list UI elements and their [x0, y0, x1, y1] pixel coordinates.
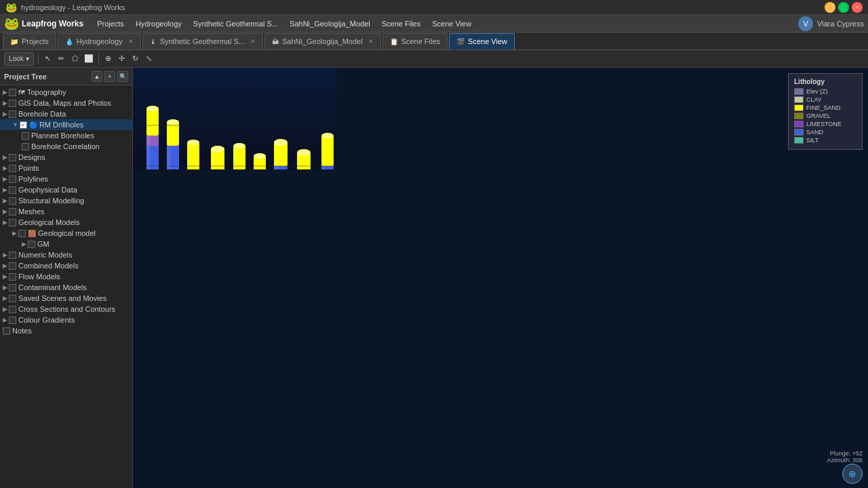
- menu-item-scene-files[interactable]: Scene Files: [376, 18, 426, 29]
- checkbox-designs[interactable]: [9, 154, 16, 161]
- menu-item-sahni_geologija_model[interactable]: SahNi_Geologija_Model: [284, 18, 376, 29]
- tab-close-synthetic[interactable]: ✕: [250, 38, 256, 45]
- checkbox-boreholes[interactable]: ✓: [20, 121, 27, 129]
- sidebar-item-saved-scenes[interactable]: ▶Saved Scenes and Movies: [0, 293, 132, 304]
- checkbox-planned-boreholes[interactable]: [22, 132, 29, 140]
- sidebar-item-combined-models[interactable]: ▶Combined Models: [0, 260, 132, 271]
- tab-scene-files[interactable]: 📋Scene Files: [382, 33, 448, 49]
- checkbox-points[interactable]: [9, 165, 16, 172]
- checkbox-combined-models[interactable]: [9, 262, 16, 270]
- arrow-colour-gradients[interactable]: ▶: [3, 317, 7, 323]
- sidebar-item-contaminant-models[interactable]: ▶Contaminant Models: [0, 282, 132, 293]
- checkbox-numeric-models[interactable]: [9, 251, 16, 259]
- sidebar-item-numeric-models[interactable]: ▶Numeric Models: [0, 249, 132, 260]
- arrow-geophysical-data[interactable]: ▶: [3, 186, 7, 193]
- menu-item-projects[interactable]: Projects: [92, 18, 130, 29]
- close-button[interactable]: ✕: [852, 2, 863, 13]
- look-button[interactable]: Look ▾: [4, 52, 34, 66]
- sidebar-search-button[interactable]: 🔍: [117, 71, 128, 82]
- rotate-tool[interactable]: ↻: [130, 54, 141, 64]
- tab-hydrogeology[interactable]: 💧Hydrogeology✕: [58, 33, 141, 49]
- arrow-meshes[interactable]: ▶: [3, 208, 7, 215]
- arrow-structural-modelling[interactable]: ▶: [3, 197, 7, 204]
- sidebar-item-geological-models[interactable]: ▶Geological Models: [0, 217, 132, 228]
- sidebar-item-cross-sections[interactable]: ▶Cross Sections and Contours: [0, 304, 132, 314]
- sidebar-item-gm[interactable]: ▶GM: [0, 239, 132, 249]
- tab-scene-view[interactable]: 🎬Scene View: [449, 33, 515, 49]
- arrow-contaminant-models[interactable]: ▶: [3, 284, 7, 291]
- user-avatar[interactable]: V: [798, 16, 813, 31]
- minimize-button[interactable]: −: [825, 2, 835, 13]
- label-borehole-data: Borehole Data: [18, 110, 66, 118]
- sidebar-item-borehole-correlation[interactable]: Borehole Correlation: [0, 141, 132, 152]
- navigation-circle[interactable]: ⊕: [842, 464, 863, 484]
- menu-item-scene-view[interactable]: Scene View: [427, 18, 477, 29]
- arrow-designs[interactable]: ▶: [3, 154, 7, 161]
- tab-projects[interactable]: 📁Projects: [3, 33, 56, 49]
- polygon-tool[interactable]: ⬠: [70, 54, 81, 64]
- tab-sahni[interactable]: 🏔SahNi_Geologija_Model✕: [264, 33, 381, 49]
- cursor-tool[interactable]: ↖: [43, 54, 54, 64]
- sidebar-item-geological-model[interactable]: ▶🟫Geological model: [0, 228, 132, 239]
- sidebar-item-planned-boreholes[interactable]: Planned Boreholes: [0, 130, 132, 141]
- checkbox-geophysical-data[interactable]: [9, 186, 16, 194]
- sidebar-item-points[interactable]: ▶Points: [0, 163, 132, 174]
- arrow-gm[interactable]: ▶: [22, 241, 26, 247]
- arrow-topography[interactable]: ▶: [3, 89, 7, 96]
- arrow-points[interactable]: ▶: [3, 165, 7, 171]
- sidebar-item-meshes[interactable]: ▶Meshes: [0, 206, 132, 217]
- checkbox-topography[interactable]: [9, 89, 16, 96]
- checkbox-borehole-data[interactable]: [9, 110, 16, 118]
- checkbox-flow-models[interactable]: [9, 273, 16, 281]
- checkbox-polylines[interactable]: [9, 176, 16, 183]
- checkbox-borehole-correlation[interactable]: [22, 143, 29, 150]
- arrow-boreholes[interactable]: ▼: [12, 121, 18, 128]
- sidebar-item-flow-models[interactable]: ▶Flow Models: [0, 271, 132, 282]
- sidebar-item-borehole-data[interactable]: ▶Borehole Data: [0, 108, 132, 119]
- checkbox-contaminant-models[interactable]: [9, 284, 16, 291]
- sidebar-item-notes[interactable]: Notes: [0, 325, 132, 336]
- checkbox-structural-modelling[interactable]: [9, 197, 16, 205]
- checkbox-saved-scenes[interactable]: [9, 295, 16, 302]
- sidebar-add-button[interactable]: +: [104, 71, 115, 82]
- checkbox-notes[interactable]: [3, 327, 10, 335]
- arrow-geological-model[interactable]: ▶: [12, 230, 17, 237]
- menu-item-synthetic-geothermal-s...[interactable]: Synthetic Geothermal S...: [188, 18, 283, 29]
- rect-tool[interactable]: ⬜: [83, 54, 94, 64]
- checkbox-geological-model[interactable]: [18, 230, 26, 237]
- checkbox-gis-data[interactable]: [9, 100, 16, 107]
- tab-close-hydrogeology[interactable]: ✕: [128, 38, 134, 45]
- draw-tool[interactable]: ✏: [56, 54, 67, 64]
- sidebar-item-geophysical-data[interactable]: ▶Geophysical Data: [0, 184, 132, 195]
- arrow-cross-sections[interactable]: ▶: [3, 306, 7, 312]
- checkbox-cross-sections[interactable]: [9, 306, 16, 313]
- arrow-gis-data[interactable]: ▶: [3, 100, 7, 106]
- maximize-button[interactable]: □: [838, 2, 849, 13]
- sidebar-item-designs[interactable]: ▶Designs: [0, 152, 132, 163]
- sidebar-item-gis-data[interactable]: ▶GIS Data, Maps and Photos: [0, 98, 132, 108]
- sidebar-item-topography[interactable]: ▶🗺Topography: [0, 87, 132, 98]
- arrow-flow-models[interactable]: ▶: [3, 273, 7, 280]
- sidebar-item-structural-modelling[interactable]: ▶Structural Modelling: [0, 195, 132, 206]
- sidebar-item-colour-gradients[interactable]: ▶Colour Gradients: [0, 314, 132, 325]
- axis-tool[interactable]: ⊕: [103, 54, 114, 64]
- checkbox-meshes[interactable]: [9, 208, 16, 216]
- move-tool[interactable]: ✢: [117, 54, 127, 64]
- checkbox-colour-gradients[interactable]: [9, 317, 16, 324]
- menu-item-hydrogeology[interactable]: Hydrogeology: [130, 18, 187, 29]
- arrow-polylines[interactable]: ▶: [3, 176, 7, 182]
- arrow-saved-scenes[interactable]: ▶: [3, 295, 7, 302]
- sidebar-item-polylines[interactable]: ▶Polylines: [0, 174, 132, 184]
- arrow-combined-models[interactable]: ▶: [3, 262, 7, 269]
- sidebar-item-boreholes[interactable]: ▼✓🔵RM Drillholes: [0, 119, 132, 130]
- tab-close-sahni[interactable]: ✕: [368, 38, 374, 45]
- arrow-numeric-models[interactable]: ▶: [3, 251, 7, 258]
- arrow-geological-models[interactable]: ▶: [3, 219, 7, 226]
- sidebar-up-button[interactable]: ▲: [92, 71, 102, 82]
- arrow-borehole-data[interactable]: ▶: [3, 110, 7, 117]
- 3d-viewport[interactable]: +205 +200 +195 +190 +185 +180 +175 +170 …: [133, 68, 868, 488]
- scale-tool[interactable]: ⤡: [144, 54, 155, 64]
- checkbox-gm[interactable]: [28, 241, 35, 248]
- tab-synthetic[interactable]: 🌡Synthetic Geothermal S...✕: [142, 33, 263, 49]
- checkbox-geological-models[interactable]: [9, 219, 16, 226]
